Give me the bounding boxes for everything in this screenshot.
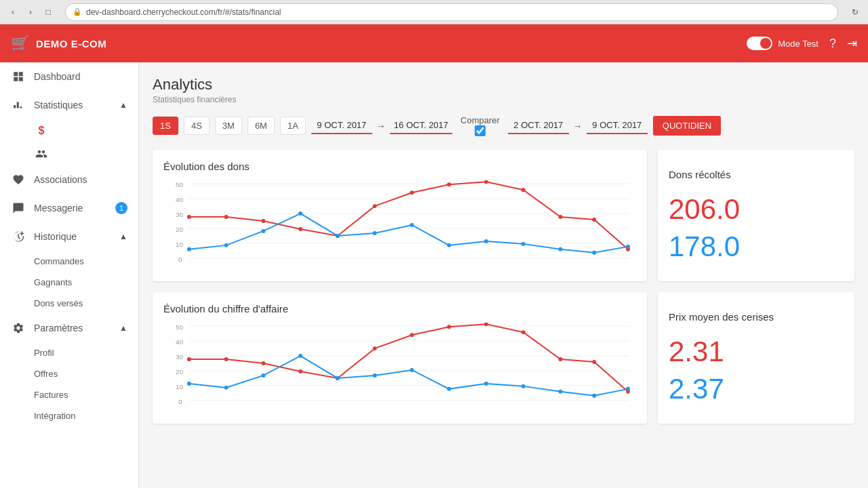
topbar: 🛒 DEMO E-COM Mode Test ? ⇥ (0, 24, 868, 62)
heart-icon (11, 174, 26, 186)
svg-point-22 (558, 215, 562, 219)
sidebar-item-profil[interactable]: Profil (34, 342, 138, 363)
sidebar-item-financial[interactable]: $ (34, 119, 138, 142)
logout-button[interactable]: ⇥ (847, 36, 857, 51)
svg-point-31 (410, 223, 414, 227)
stat-card-dons: Dons récoltés 206.0 178.0 (658, 150, 854, 281)
sidebar-item-messagerie[interactable]: Messagerie 1 (0, 194, 138, 222)
svg-point-65 (261, 373, 265, 378)
sidebar-item-associations[interactable]: Associations (0, 165, 138, 194)
arrow-right-icon2: → (573, 121, 583, 131)
chart-title-ca: Évolution du chiffre d'affaire (163, 303, 636, 314)
stat-title-cerises: Prix moyen des cerises (669, 311, 774, 323)
messagerie-badge: 1 (115, 202, 127, 214)
svg-point-63 (187, 382, 191, 386)
sidebar-sub-parametres: Profil Offres Factures Intégration (0, 342, 138, 426)
svg-point-30 (373, 231, 377, 235)
quotidien-button[interactable]: QUOTIDIEN (653, 116, 721, 136)
sidebar-item-people[interactable] (34, 142, 138, 165)
date-to[interactable]: 16 OCT. 2017 (390, 117, 452, 134)
browser-nav: ‹ › □ (5, 5, 56, 20)
sidebar-item-commandes[interactable]: Commandes (34, 251, 138, 272)
main-content: Analytics Statistiques financières 1S 4S… (139, 62, 868, 488)
sidebar-item-historique[interactable]: Historique ▲ (0, 222, 138, 251)
help-button[interactable]: ? (829, 37, 836, 51)
analytics-title: Analytics (153, 76, 854, 94)
svg-point-37 (626, 245, 630, 249)
sidebar-item-dons-verses[interactable]: Dons versés (34, 293, 138, 314)
period-3m[interactable]: 3M (215, 117, 242, 135)
sidebar-item-factures[interactable]: Factures (34, 384, 138, 405)
svg-point-60 (558, 357, 562, 361)
svg-text:0: 0 (178, 256, 182, 263)
svg-point-70 (447, 387, 451, 391)
svg-text:50: 50 (176, 323, 184, 331)
primary-date-range: 9 OCT. 2017 → 16 OCT. 2017 (311, 117, 452, 134)
sidebar-item-statistiques[interactable]: Statistiques ▲ (0, 91, 138, 119)
svg-point-13 (224, 215, 229, 219)
chart-card-dons: Évolution des dons 50 40 30 20 10 0 (153, 150, 647, 281)
back-button[interactable]: ‹ (5, 5, 20, 20)
people-icon (34, 148, 49, 160)
svg-point-61 (592, 360, 596, 364)
compare-date-from[interactable]: 2 OCT. 2017 (508, 117, 569, 134)
refresh-button[interactable]: ↻ (848, 5, 863, 20)
period-4s[interactable]: 4S (184, 117, 210, 135)
chart-title-dons: Évolution des dons (163, 161, 636, 172)
svg-point-67 (336, 376, 340, 380)
window-button[interactable]: □ (41, 5, 56, 20)
stat-value-cerises-red: 2.31 (669, 336, 724, 367)
sidebar-item-offres[interactable]: Offres (34, 363, 138, 384)
period-1s[interactable]: 1S (153, 117, 178, 135)
address-bar[interactable]: 🔒 dev-dashboard.cherrycheckout.com/fr/#/… (65, 3, 838, 21)
url-text: dev-dashboard.cherrycheckout.com/fr/#/st… (86, 7, 281, 17)
date-controls: 1S 4S 3M 6M 1A 9 OCT. 2017 → 16 OCT. 201… (153, 115, 854, 136)
sidebar-label-dashboard: Dashboard (34, 71, 81, 82)
arrow-right-icon: → (376, 121, 386, 131)
svg-point-74 (592, 394, 596, 398)
sidebar-label-messagerie: Messagerie (34, 203, 83, 214)
period-1a[interactable]: 1A (280, 117, 306, 135)
svg-point-64 (224, 386, 229, 390)
svg-text:10: 10 (176, 383, 184, 390)
sidebar-label-integration: Intégration (34, 411, 75, 421)
svg-point-36 (592, 251, 596, 255)
compare-date-to[interactable]: 9 OCT. 2017 (587, 117, 648, 134)
analytics-subtitle: Statistiques financières (153, 95, 854, 104)
toggle-track[interactable] (747, 37, 772, 50)
svg-point-75 (626, 387, 630, 391)
svg-point-18 (410, 190, 414, 195)
compare-section: Comparer (460, 115, 500, 136)
app-title: DEMO E-COM (36, 38, 106, 49)
clock-icon (11, 230, 26, 243)
svg-point-72 (521, 384, 526, 388)
period-6m[interactable]: 6M (248, 117, 275, 135)
chart-card-ca: Évolution du chiffre d'affaire 50 40 30 … (153, 292, 647, 424)
svg-point-32 (447, 243, 451, 247)
svg-point-58 (484, 323, 488, 326)
sidebar-item-integration[interactable]: Intégration (34, 405, 138, 426)
app-body: Dashboard Statistiques ▲ $ (0, 62, 868, 488)
sidebar-item-gagnants[interactable]: Gagnants (34, 272, 138, 293)
date-from[interactable]: 9 OCT. 2017 (311, 117, 372, 134)
svg-point-68 (373, 373, 377, 378)
sidebar-item-dashboard[interactable]: Dashboard (0, 62, 138, 91)
svg-point-29 (336, 234, 340, 238)
sidebar-sub-statistiques: $ (0, 119, 138, 165)
svg-point-35 (558, 247, 562, 251)
sidebar-label-factures: Factures (34, 390, 68, 400)
analytics-header: Analytics Statistiques financières (153, 76, 854, 104)
topbar-left: 🛒 DEMO E-COM (11, 35, 106, 52)
compare-checkbox[interactable] (475, 125, 486, 136)
charts-row-1: Évolution des dons 50 40 30 20 10 0 (153, 150, 854, 281)
svg-text:20: 20 (176, 368, 184, 375)
mode-test-toggle[interactable]: Mode Test (747, 37, 818, 50)
svg-point-19 (447, 182, 451, 186)
sidebar-item-parametres[interactable]: Paramètres ▲ (0, 314, 138, 342)
svg-point-21 (521, 188, 526, 192)
chart-dons-svg: 50 40 30 20 10 0 (163, 180, 636, 268)
stat-value-dons-blue: 178.0 (669, 231, 740, 262)
stat-value-cerises-blue: 2.37 (669, 373, 724, 405)
svg-point-25 (187, 247, 191, 251)
forward-button[interactable]: › (23, 5, 38, 20)
